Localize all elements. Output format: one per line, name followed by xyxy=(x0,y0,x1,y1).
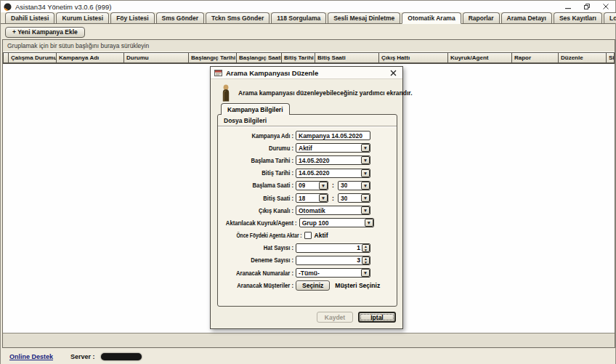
aktif-checkbox[interactable] xyxy=(304,232,312,239)
chevron-down-icon[interactable]: ▼ xyxy=(361,182,370,190)
title-bar: Asistan34 Yönetim v3.0.6 (999) xyxy=(1,1,615,12)
group-by-drop-zone[interactable]: Gruplamak için bir sütun başlığını buray… xyxy=(3,40,615,52)
chevron-down-icon[interactable]: ▼ xyxy=(361,269,370,277)
chevron-down-icon[interactable]: ▼ xyxy=(361,206,370,214)
cancel-button[interactable]: İptal xyxy=(358,312,396,323)
form-row-bitis-tarihi: Bitiş Tarihi : 14.05.2020 ▼ xyxy=(218,167,397,179)
close-button[interactable] xyxy=(596,1,615,12)
field-label: Bitiş Saati : xyxy=(225,195,293,202)
aranacak-numaralar-select[interactable]: -Tümü- ▼ xyxy=(296,268,370,278)
chevron-down-icon[interactable]: ▼ xyxy=(319,182,328,190)
form-row-baslama-tarihi: Başlama Tarihi : 14.05.2020 ▼ xyxy=(218,154,397,166)
col-calisma-durumu[interactable]: Çalışma Durumu xyxy=(9,52,57,63)
tab-ses-kayitlari[interactable]: Ses Kayıtları xyxy=(554,12,602,23)
tab-kurum-listesi[interactable]: Kurum Listesi xyxy=(56,12,109,23)
field-label: Aktarılacak Kuyruk/Agent : xyxy=(226,219,297,227)
bitis-saati-minute-select[interactable]: 30 ▼ xyxy=(338,193,370,203)
kuyruk-agent-select[interactable]: Grup 100 ▼ xyxy=(299,218,374,227)
tab-arama-detayi[interactable]: Arama Detayı xyxy=(501,12,552,23)
kampanya-adi-input[interactable] xyxy=(296,131,370,140)
minimize-button[interactable] xyxy=(559,1,578,12)
restore-button[interactable] xyxy=(578,1,596,12)
tab-tckn-sms-gonder[interactable]: Tckn Sms Gönder xyxy=(206,12,270,23)
spinner-down-icon[interactable]: ▼ xyxy=(362,261,369,264)
server-address-redacted xyxy=(101,353,142,360)
cikis-kanali-select[interactable]: Otomatik ▼ xyxy=(296,206,370,215)
spinner-down-icon[interactable]: ▼ xyxy=(362,248,369,252)
form-row-bitis-saati: Bitiş Saati : 18 ▼ : 30 ▼ xyxy=(218,192,397,204)
tab-dahili-listesi[interactable]: Dahili Listesi xyxy=(5,12,54,23)
form-row-hat-sayisi: Hat Sayısı : 1 ▲ ▼ xyxy=(218,242,397,254)
time-separator: : xyxy=(328,182,338,189)
musteri-seciniz-note: Müşteri Seçiniz xyxy=(335,282,380,289)
dialog-form-icon xyxy=(214,69,222,77)
form-row-kampanya-adi: Kampanya Adı : xyxy=(218,129,397,142)
chevron-down-icon[interactable]: ▼ xyxy=(319,194,328,202)
col-durumu[interactable]: Durumu xyxy=(124,52,189,63)
server-label: Server : xyxy=(70,353,95,360)
col-bitis-tarihi[interactable]: Bitiş Tarihi xyxy=(282,52,315,63)
baslama-saati-hour-select[interactable]: 09 ▼ xyxy=(296,181,328,190)
col-duzenle[interactable]: Düzenle xyxy=(559,52,607,63)
save-button[interactable]: Kaydet xyxy=(317,312,353,323)
col-bitis-saati[interactable]: Bitiş Saati xyxy=(315,52,379,63)
durumu-select[interactable]: Aktif ▼ xyxy=(296,143,370,153)
col-baslangic-saati[interactable]: Başlangıç Saati xyxy=(237,52,282,63)
dialog-button-row: Kaydet İptal xyxy=(211,312,402,323)
dialog-title: Arama Kampanyası Düzenle xyxy=(226,69,318,77)
new-campaign-button[interactable]: + Yeni Kampanya Ekle xyxy=(5,27,85,38)
hat-sayisi-stepper[interactable]: 1 ▲ ▼ xyxy=(296,243,370,253)
assistant-figure-icon xyxy=(221,84,231,102)
window-title: Asistan34 Yönetim v3.0.6 (999) xyxy=(15,3,111,11)
col-sil[interactable]: Sil xyxy=(607,52,615,63)
checkbox-label: Aktif xyxy=(315,232,328,239)
edit-campaign-dialog: Arama Kampanyası Düzenle Arama kampanyas… xyxy=(210,66,403,329)
baslama-tarihi-select[interactable]: 14.05.2020 ▼ xyxy=(296,155,370,165)
form-row-durumu: Durumu : Aktif ▼ xyxy=(218,142,397,154)
tab-otomatik-arama[interactable]: Otomatik Arama xyxy=(402,12,461,24)
row-indicator-column xyxy=(3,52,9,63)
dialog-title-bar: Arama Kampanyası Düzenle xyxy=(211,67,402,79)
bitis-tarihi-select[interactable]: 14.05.2020 ▼ xyxy=(296,169,370,178)
tab-118-sorgulama[interactable]: 118 Sorgulama xyxy=(271,12,326,23)
form-row-once-foydeki-agenta-aktar: Önce Föydeki Agenta Aktar : Aktif xyxy=(218,230,397,242)
field-label: Kampanya Adı : xyxy=(225,132,293,139)
seciniz-button[interactable]: Seçiniz xyxy=(296,280,330,291)
chevron-down-icon[interactable]: ▼ xyxy=(365,219,373,227)
chevron-down-icon[interactable]: ▼ xyxy=(361,194,370,202)
online-support-link[interactable]: Online Destek xyxy=(9,353,53,360)
deneme-sayisi-stepper[interactable]: 3 ▲ ▼ xyxy=(296,256,370,265)
tab-sms-gonder[interactable]: Sms Gönder xyxy=(156,12,205,23)
bitis-saati-hour-select[interactable]: 18 ▼ xyxy=(296,193,328,203)
field-label: Başlama Saati : xyxy=(225,182,293,189)
field-label: Hat Sayısı : xyxy=(225,244,293,251)
grid-header-row: Çalışma Durumu Kampanya Adı Durumu Başla… xyxy=(3,52,615,64)
col-kampanya-adi[interactable]: Kampanya Adı xyxy=(57,52,124,63)
col-cikis-hatti[interactable]: Çıkış Hattı xyxy=(379,52,448,63)
grid-footer xyxy=(3,333,615,347)
field-label: Durumu : xyxy=(225,145,293,152)
tab-raporlar[interactable]: Raporlar xyxy=(463,12,500,23)
form-row-baslama-saati: Başlama Saati : 09 ▼ : 30 ▼ xyxy=(218,179,397,192)
tab-kampanya-bilgileri[interactable]: Kampanya Bilgileri xyxy=(221,103,290,115)
col-baslangic-tarihi[interactable]: Başlangıç Tarihi xyxy=(189,52,237,63)
col-rapor[interactable]: Rapor xyxy=(512,52,559,63)
field-label: Aranacak Numaralar : xyxy=(225,270,293,277)
field-label: Aranacak Müşteriler : xyxy=(225,282,293,289)
chevron-down-icon[interactable]: ▼ xyxy=(361,156,370,164)
field-label: Bitiş Tarihi : xyxy=(225,169,293,177)
dialog-close-icon[interactable] xyxy=(387,67,399,78)
form-row-deneme-sayisi: Deneme Sayısı : 3 ▲ ▼ xyxy=(218,254,397,267)
tab-sesli-mesaj-dinletme[interactable]: Sesli Mesaj Dinletme xyxy=(328,12,400,23)
col-kuyruk-agent[interactable]: Kuyruk/Agent xyxy=(448,52,512,63)
field-label: Başlama Tarihi : xyxy=(225,157,293,164)
groupbox-title: Dosya Bilgileri xyxy=(218,115,397,126)
form-row-aktarilacak-kuyruk: Aktarılacak Kuyruk/Agent : Grup 100 ▼ xyxy=(218,217,397,229)
chevron-down-icon[interactable]: ▼ xyxy=(361,144,370,152)
baslama-saati-minute-select[interactable]: 30 ▼ xyxy=(338,181,370,190)
tab-foy-listesi[interactable]: Föy Listesi xyxy=(110,12,154,23)
chevron-down-icon[interactable]: ▼ xyxy=(361,169,370,177)
status-bar: Online Destek Server : xyxy=(1,349,615,364)
dialog-help-text: Arama kampanyası düzenleyebileceğiniz ya… xyxy=(238,89,413,97)
tab-log-kayitlari[interactable]: Log Kayıtları xyxy=(604,12,616,23)
